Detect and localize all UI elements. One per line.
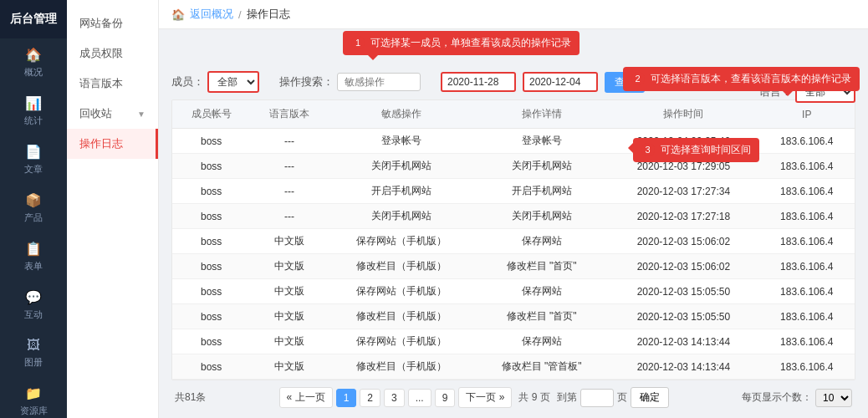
sidebar-item-products[interactable]: 📦 产品 (0, 184, 67, 232)
table-row: boss中文版保存网站（手机版）保存网站2020-12-03 14:13:441… (172, 329, 855, 354)
cell-member: boss (172, 254, 250, 279)
cell-ip: 183.6.106.4 (759, 304, 855, 329)
table-row: boss中文版修改栏目（手机版）修改栏目 "首页"2020-12-03 15:0… (172, 254, 855, 279)
sub-sidebar: 网站备份 成员权限 语言版本 回收站 ▼ 操作日志 (67, 0, 159, 418)
tooltip-lang: 2 可选择语言版本，查看该语言版本的操作记录 (623, 67, 860, 91)
col-time: 操作时间 (608, 100, 758, 129)
cell-lang: 中文版 (250, 304, 328, 329)
app-title: 后台管理 (0, 0, 67, 38)
breadcrumb-sep: / (238, 8, 242, 21)
cell-detail: 登录帐号 (475, 129, 608, 154)
cell-sensitive: 修改栏目（手机版） (329, 354, 476, 380)
sidebar-item-gallery[interactable]: 🖼 图册 (0, 329, 67, 377)
table-row: boss---关闭手机网站关闭手机网站2020-12-03 17:27:1818… (172, 204, 855, 229)
prev-page-btn[interactable]: « 上一页 (279, 387, 333, 408)
cell-member: boss (172, 154, 250, 179)
per-page-label: 每页显示个数： (742, 390, 812, 405)
sub-sidebar-recycle[interactable]: 回收站 ▼ (67, 99, 158, 129)
sidebar-item-resources[interactable]: 📁 资源库 (0, 377, 67, 418)
cell-sensitive: 登录帐号 (329, 129, 476, 154)
cell-lang: --- (250, 204, 328, 229)
content-area: 1 可选择某一成员，单独查看该成员的操作记录 2 可选择语言版本，查看该语言版本… (159, 29, 868, 418)
cell-member: boss (172, 204, 250, 229)
cell-lang: 中文版 (250, 329, 328, 354)
tooltip-member: 1 可选择某一成员，单独查看该成员的操作记录 (343, 31, 580, 55)
sub-sidebar-backup[interactable]: 网站备份 (67, 8, 158, 38)
cell-ip: 183.6.106.4 (759, 279, 855, 304)
cell-ip: 183.6.106.4 (759, 204, 855, 229)
cell-lang: --- (250, 179, 328, 204)
member-filter-label: 成员： (171, 74, 204, 89)
forms-icon: 📋 (25, 241, 42, 257)
sidebar-item-interactive[interactable]: 💬 互动 (0, 281, 67, 329)
table-row: boss中文版修改栏目（手机版）修改栏目 "管首板"2020-12-03 14:… (172, 354, 855, 380)
cell-ip: 183.6.106.4 (759, 254, 855, 279)
stats-icon: 📊 (25, 95, 42, 111)
tooltip-1-text: 可选择某一成员，单独查看该成员的操作记录 (370, 37, 571, 48)
sidebar-label-articles: 文章 (24, 163, 43, 176)
page-2-btn[interactable]: 2 (360, 389, 380, 407)
cell-detail: 保存网站 (475, 229, 608, 254)
cell-ip: 183.6.106.4 (759, 154, 855, 179)
total-pages: 共 9 页 (518, 390, 549, 405)
date-end-input[interactable] (523, 72, 598, 92)
cell-time: 2020-12-03 15:06:02 (608, 229, 758, 254)
cell-time: 2020-12-03 15:06:02 (608, 254, 758, 279)
date-filter-group: 查询 (441, 72, 645, 93)
cell-time: 2020-12-03 15:05:50 (608, 279, 758, 304)
cell-lang: 中文版 (250, 254, 328, 279)
cell-detail: 修改栏目 "首页" (475, 254, 608, 279)
per-page-select[interactable]: 10 20 50 (815, 389, 852, 407)
page-unit: 页 (617, 390, 627, 405)
cell-detail: 保存网站 (475, 279, 608, 304)
cell-lang: 中文版 (250, 354, 328, 380)
next-page-btn[interactable]: 下一页 » (458, 387, 512, 408)
search-input[interactable] (337, 73, 421, 91)
page-3-btn[interactable]: 3 (384, 389, 405, 407)
goto-confirm-btn[interactable]: 确定 (631, 387, 669, 408)
sidebar-item-stats[interactable]: 📊 统计 (0, 87, 67, 135)
search-filter-label: 操作搜索： (279, 74, 334, 89)
home-icon: 🏠 (171, 8, 185, 21)
cell-ip: 183.6.106.4 (759, 354, 855, 380)
member-filter-group: 成员： 全部 boss (171, 71, 259, 93)
cell-detail: 关闭手机网站 (475, 154, 608, 179)
cell-ip: 183.6.106.4 (759, 129, 855, 154)
sub-sidebar-oplog[interactable]: 操作日志 (67, 129, 158, 159)
sidebar-item-articles[interactable]: 📄 文章 (0, 135, 67, 184)
goto-input[interactable] (580, 389, 614, 407)
tooltip-1-circle: 1 (351, 36, 365, 49)
cell-member: boss (172, 179, 250, 204)
sidebar-item-forms[interactable]: 📋 表单 (0, 232, 67, 281)
cell-ip: 183.6.106.4 (759, 329, 855, 354)
breadcrumb: 🏠 返回概况 / 操作日志 (159, 0, 868, 29)
date-start-input[interactable] (441, 72, 516, 92)
member-select[interactable]: 全部 boss (207, 71, 259, 93)
sidebar-item-overview[interactable]: 🏠 概况 (0, 38, 67, 87)
sub-sidebar-members[interactable]: 成员权限 (67, 38, 158, 69)
cell-ip: 183.6.106.4 (759, 179, 855, 204)
breadcrumb-home[interactable]: 返回概况 (190, 7, 233, 22)
total-count: 共81条 (175, 390, 206, 405)
page-1-btn[interactable]: 1 (336, 389, 357, 407)
cell-time: 2020-12-03 17:27:34 (608, 179, 758, 204)
tooltip-3-circle: 3 (641, 143, 655, 156)
main-content: 🏠 返回概况 / 操作日志 1 可选择某一成员，单独查看该成员的操作记录 2 可… (159, 0, 868, 418)
products-icon: 📦 (25, 192, 42, 208)
cell-detail: 保存网站 (475, 329, 608, 354)
col-lang: 语言版本 (250, 100, 328, 129)
gallery-icon: 🖼 (27, 338, 40, 353)
breadcrumb-current: 操作日志 (247, 7, 290, 22)
sub-sidebar-language[interactable]: 语言版本 (67, 69, 158, 99)
cell-member: boss (172, 354, 250, 380)
per-page-group: 每页显示个数： 10 20 50 (742, 389, 852, 407)
page-ellipsis: ... (408, 389, 431, 407)
cell-lang: 中文版 (250, 279, 328, 304)
sidebar-label-gallery: 图册 (24, 356, 43, 369)
cell-sensitive: 关闭手机网站 (329, 204, 476, 229)
cell-member: boss (172, 304, 250, 329)
col-ip: IP (759, 100, 855, 129)
search-filter-group: 操作搜索： (279, 73, 421, 91)
articles-icon: 📄 (25, 144, 42, 160)
page-9-btn[interactable]: 9 (435, 389, 456, 407)
